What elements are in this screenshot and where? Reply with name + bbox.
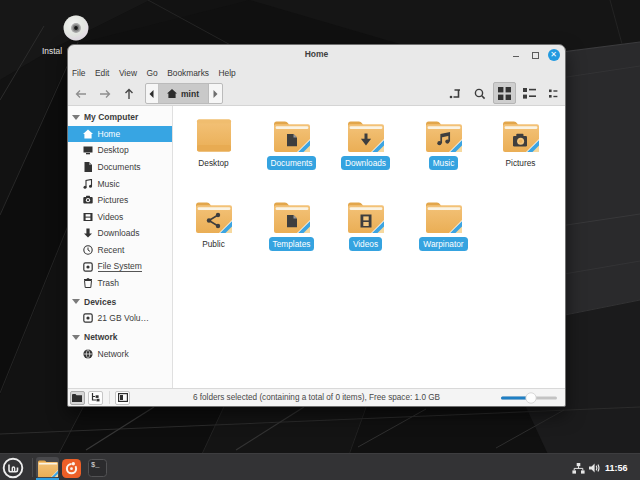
svg-text:Instal: Instal bbox=[42, 46, 62, 56]
